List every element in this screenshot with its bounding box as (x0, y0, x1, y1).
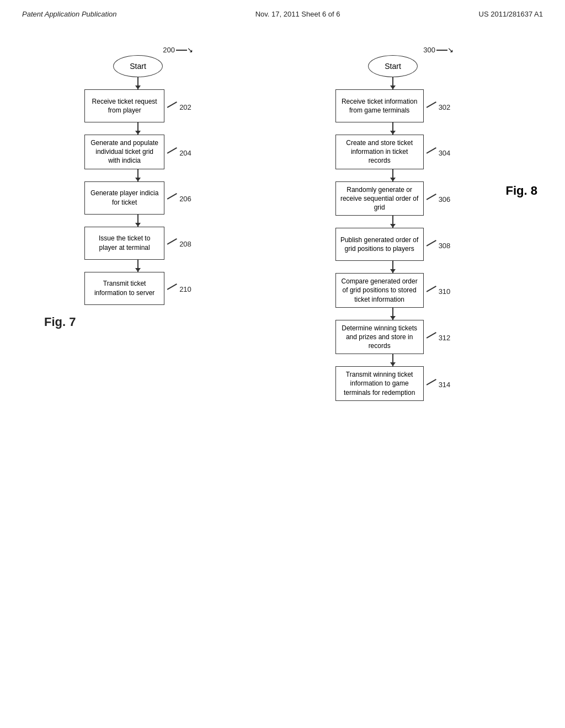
fig8-rect-308: Publish generated order of grid position… (335, 228, 424, 261)
fig8-label-302: 302 (427, 103, 451, 111)
fig8-text-312: Determine winning tickets and prizes and… (340, 324, 419, 351)
fig8-arrow-6 (392, 354, 393, 366)
fig7-node-206: Generate player indicia for ticket 206 (33, 181, 243, 215)
page-header: Patent Application Publication Nov. 17, … (0, 0, 565, 24)
fig7-arrow-0 (137, 77, 138, 89)
fig7-rect-210: Transmit ticket information to server (84, 272, 164, 305)
fig8-start-label: 300 (423, 46, 435, 54)
fig7-label-208: 208 (167, 240, 191, 248)
fig7-node-208: Issue the ticket to player at terminal 2… (33, 227, 243, 260)
fig8-arrow-4 (392, 261, 393, 273)
fig8-arrow-2 (392, 169, 393, 181)
fig7-start-text: Start (130, 62, 146, 71)
fig8-node-302: Receive ticket information from game ter… (243, 89, 543, 122)
header-left: Patent Application Publication (22, 10, 117, 18)
fig7-text-206: Generate player indicia for ticket (89, 189, 159, 206)
fig8-node-310: Compare generated order of grid position… (243, 273, 543, 308)
fig7-text-202: Receive ticket request from player (89, 97, 159, 115)
fig8-label-310: 310 (427, 287, 451, 296)
fig8-text-306: Randomly generate or receive sequential … (340, 185, 419, 212)
fig8-arrow-5 (392, 308, 393, 320)
fig8-arrow-1 (392, 122, 393, 135)
fig8-label-312: 312 (427, 334, 451, 342)
header-right: US 2011/281637 A1 (479, 10, 543, 18)
fig8-node-304: Create and store ticket information in t… (243, 135, 543, 169)
fig7-node-210: Transmit ticket information to server 21… (33, 272, 243, 305)
fig8-label: Fig. 8 (506, 184, 537, 198)
fig8-rect-310: Compare generated order of grid position… (335, 273, 424, 308)
fig7-flowchart: 200 ↘ Start Receive ticket request from … (33, 40, 243, 401)
fig7-arrow-4 (137, 260, 138, 272)
fig8-rect-304: Create and store ticket information in t… (335, 135, 424, 169)
fig8-start-node: Start (368, 55, 418, 89)
fig7-text-210: Transmit ticket information to server (89, 279, 159, 297)
fig8-start-text: Start (385, 62, 401, 71)
fig8-label-306: 306 (427, 195, 451, 204)
fig8-label-308: 308 (427, 242, 451, 250)
fig8-start-oval: Start (368, 55, 418, 77)
fig8-node-308: Publish generated order of grid position… (243, 228, 543, 261)
fig8-text-314: Transmit winning ticket information to g… (340, 370, 419, 397)
fig8-node-306: Randomly generate or receive sequential … (243, 181, 543, 216)
fig7-rect-202: Receive ticket request from player (84, 89, 164, 122)
fig7-label-210: 210 (167, 285, 191, 293)
fig7-arrow-2 (137, 169, 138, 181)
fig7-label-204: 204 (167, 149, 191, 157)
fig8-text-308: Publish generated order of grid position… (340, 235, 419, 253)
fig8-arrow-0 (392, 77, 393, 89)
fig8-node-312: Determine winning tickets and prizes and… (243, 320, 543, 355)
fig8-flowchart: 300 ↘ Start Receive ticket information f… (243, 40, 543, 401)
fig7-arrow-3 (137, 215, 138, 227)
fig7-rect-208: Issue the ticket to player at terminal (84, 227, 164, 260)
fig8-rect-306: Randomly generate or receive sequential … (335, 181, 424, 216)
fig8-label-304: 304 (427, 149, 451, 157)
fig7-text-204: Generate and populate individual ticket … (89, 138, 159, 165)
fig7-node-204: Generate and populate individual ticket … (33, 135, 243, 169)
fig7-start-oval: Start (113, 55, 163, 77)
fig7-text-208: Issue the ticket to player at terminal (89, 234, 159, 251)
fig7-rect-204: Generate and populate individual ticket … (84, 135, 164, 169)
header-center: Nov. 17, 2011 Sheet 6 of 6 (255, 10, 340, 18)
fig8-text-310: Compare generated order of grid position… (340, 277, 419, 304)
fig8-node-314: Transmit winning ticket information to g… (243, 366, 543, 401)
fig8-text-302: Receive ticket information from game ter… (340, 97, 419, 115)
fig7-label-202: 202 (167, 103, 191, 111)
fig8-arrow-3 (392, 216, 393, 228)
fig7-node-202: Receive ticket request from player 202 (33, 89, 243, 122)
main-content: 200 ↘ Start Receive ticket request from … (0, 24, 565, 412)
fig8-text-304: Create and store ticket information in t… (340, 138, 419, 165)
fig7-label-206: 206 (167, 195, 191, 203)
fig7-start-node: Start (113, 55, 163, 89)
fig8-rect-302: Receive ticket information from game ter… (335, 89, 424, 122)
fig7-start-label: 200 (163, 46, 175, 54)
fig7-label: Fig. 7 (44, 315, 76, 329)
fig8-rect-314: Transmit winning ticket information to g… (335, 366, 424, 401)
fig8-rect-312: Determine winning tickets and prizes and… (335, 320, 424, 355)
fig8-label-314: 314 (427, 381, 451, 389)
fig7-arrow-1 (137, 122, 138, 135)
fig7-rect-206: Generate player indicia for ticket (84, 181, 164, 215)
